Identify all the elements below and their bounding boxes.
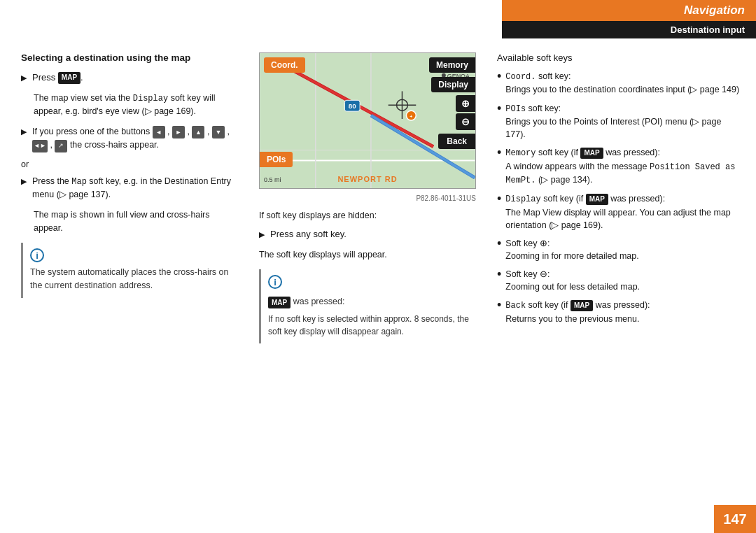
info-box-mid-body: If no soft key is selected within approx… bbox=[268, 313, 469, 338]
map-btn-label-1: MAP bbox=[58, 72, 80, 84]
arrow-icon-soft: ▶ bbox=[259, 229, 265, 241]
bullet-dot-2: • bbox=[497, 99, 501, 118]
info-box-mid-content: MAP was pressed: If no soft key is selec… bbox=[268, 295, 469, 338]
bullet-dot-5: • bbox=[497, 234, 501, 253]
main-content: Selecting a destination using the map ▶ … bbox=[0, 38, 756, 533]
svg-text:+: + bbox=[410, 114, 412, 119]
arrow-icon-2: ▶ bbox=[21, 127, 27, 153]
mid-column: 80 + GENOA Coord. Memory Display ⊕ ⊖ Bac… bbox=[252, 38, 490, 533]
map-display-btn[interactable]: Display bbox=[431, 77, 475, 92]
info-icon-left: i bbox=[30, 248, 44, 262]
instruction-3-text: Press the Map soft key, e.g. in the Dest… bbox=[32, 175, 238, 201]
instruction-1-text: Press MAP. bbox=[32, 71, 83, 85]
bullet-back-text: Back soft key (if MAP was pressed): Retu… bbox=[505, 299, 650, 325]
svg-rect-0 bbox=[260, 53, 475, 188]
map-zoom-out-btn[interactable]: ⊖ bbox=[456, 113, 475, 130]
bullet-dot-6: • bbox=[497, 265, 501, 283]
bullet-dot-4: • bbox=[497, 190, 501, 208]
nav-title-bar: Navigation bbox=[502, 0, 756, 21]
subtext-2: The map is shown in full view and cross-… bbox=[34, 208, 238, 235]
map-scale: 0.5 mi bbox=[264, 176, 281, 183]
bullet-dot-3: • bbox=[497, 143, 501, 162]
info-box-left: i The system automatically places the cr… bbox=[21, 243, 238, 298]
bullet-dot-1: • bbox=[497, 67, 501, 85]
map-coord-btn[interactable]: Coord. bbox=[264, 57, 305, 73]
soft-key-appear-text: The soft key displays will appear. bbox=[259, 248, 476, 262]
btn-diag: ◄► bbox=[32, 140, 48, 152]
bullet-zoom-out: • Soft key ⊖: Zooming out for less detai… bbox=[497, 268, 742, 293]
avail-title: Available soft keys bbox=[497, 52, 742, 63]
soft-keys-hidden-section: If soft key displays are hidden: bbox=[259, 209, 476, 222]
arrow-icon-1: ▶ bbox=[21, 73, 27, 85]
btn-down: ▼ bbox=[212, 126, 225, 138]
info-box-left-text: The system automatically places the cros… bbox=[30, 266, 231, 292]
bullet-zoom-out-text: Soft key ⊖: Zooming out for less detaile… bbox=[505, 268, 640, 293]
map-credit: P82.86-4011-31US bbox=[259, 194, 476, 202]
press-any-soft-key: ▶ Press any soft key. bbox=[259, 228, 476, 241]
bullet-memory: • Memory soft key (if MAP was pressed): … bbox=[497, 146, 742, 187]
info-box-mid: i MAP was pressed: If no soft key is sel… bbox=[259, 269, 476, 343]
instruction-3: ▶ Press the Map soft key, e.g. in the De… bbox=[21, 175, 238, 201]
instruction-1: ▶ Press MAP. bbox=[21, 71, 238, 85]
bullet-back: • Back soft key (if MAP was pressed): Re… bbox=[497, 299, 742, 325]
bullet-coord-text: Coord. soft key: Brings you to the desti… bbox=[505, 70, 739, 97]
bullet-pois-text: POIs soft key: Brings you to the Points … bbox=[505, 102, 742, 141]
bullet-pois: • POIs soft key: Brings you to the Point… bbox=[497, 102, 742, 141]
bullet-display: • Display soft key (if MAP was pressed):… bbox=[497, 192, 742, 232]
dest-input-text: Destination input bbox=[671, 24, 745, 35]
header: Navigation Destination input bbox=[502, 0, 756, 38]
dest-input-bar: Destination input bbox=[502, 21, 756, 38]
map-zoom-in-btn[interactable]: ⊕ bbox=[456, 95, 475, 112]
btn-left: ◄ bbox=[153, 126, 165, 138]
right-column: Available soft keys • Coord. soft key: B… bbox=[490, 38, 756, 533]
btn-right: ► bbox=[172, 126, 185, 138]
map-pois-btn[interactable]: POIs bbox=[260, 152, 293, 167]
map-road-label: NEWPORT RD bbox=[337, 175, 397, 183]
page-number: 147 bbox=[714, 505, 756, 533]
map-svg: 80 + GENOA bbox=[260, 53, 475, 188]
instruction-2: ▶ If you press one of the buttons ◄ , ► … bbox=[21, 125, 238, 153]
btn-ne: ↗ bbox=[55, 140, 67, 152]
info-icon-mid: i bbox=[268, 275, 282, 289]
arrow-icon-3: ▶ bbox=[21, 176, 27, 201]
subtext-1: The map view set via the Display soft ke… bbox=[34, 92, 238, 118]
press-any-text: Press any soft key. bbox=[270, 228, 346, 241]
map-btn-back-inline: MAP bbox=[570, 300, 593, 312]
map-btn-display-inline: MAP bbox=[586, 194, 608, 206]
svg-text:80: 80 bbox=[349, 102, 356, 110]
soft-keys-hidden-title: If soft key displays are hidden: bbox=[259, 211, 377, 220]
bullet-coord: • Coord. soft key: Brings you to the des… bbox=[497, 70, 742, 97]
bullet-dot-7: • bbox=[497, 296, 501, 314]
map-btn-was-pressed: MAP bbox=[268, 297, 290, 308]
or-text: or bbox=[21, 159, 238, 169]
bullet-zoom-in: • Soft key ⊕: Zooming in for more detail… bbox=[497, 237, 742, 262]
map-back-btn[interactable]: Back bbox=[438, 134, 475, 149]
bullet-display-text: Display soft key (if MAP was pressed): T… bbox=[505, 192, 742, 232]
left-column: Selecting a destination using the map ▶ … bbox=[0, 38, 252, 533]
btn-up: ▲ bbox=[192, 126, 204, 138]
section-heading: Selecting a destination using the map bbox=[21, 52, 238, 63]
map-btn-memory-inline: MAP bbox=[580, 148, 603, 159]
map-memory-btn[interactable]: Memory bbox=[429, 57, 475, 73]
was-pressed-text: was pressed: bbox=[293, 297, 345, 306]
nav-title-text: Navigation bbox=[684, 3, 745, 17]
bullet-zoom-in-text: Soft key ⊕: Zooming in for more detailed… bbox=[505, 237, 638, 262]
soft-key-list: • Coord. soft key: Brings you to the des… bbox=[497, 70, 742, 325]
bullet-memory-text: Memory soft key (if MAP was pressed): A … bbox=[505, 146, 742, 187]
instruction-2-text: If you press one of the buttons ◄ , ► , … bbox=[32, 125, 238, 153]
map-container: 80 + GENOA Coord. Memory Display ⊕ ⊖ Bac… bbox=[259, 52, 476, 189]
